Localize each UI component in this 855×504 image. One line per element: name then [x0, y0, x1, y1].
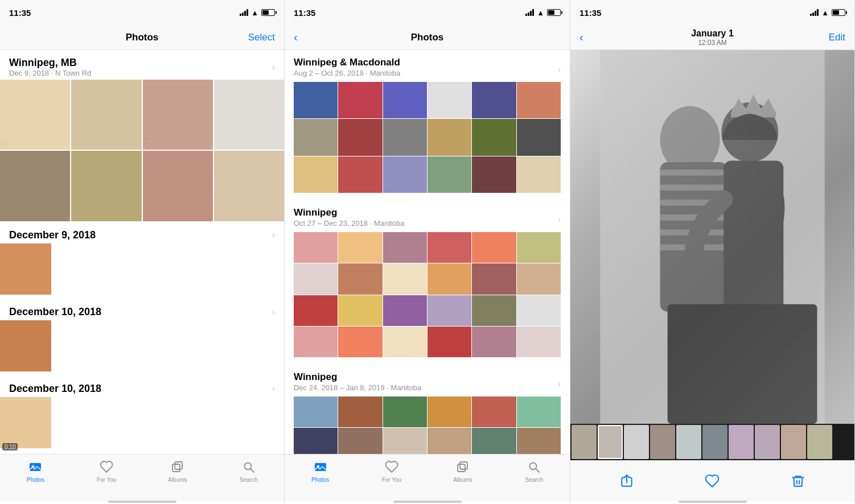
collage-cell [472, 232, 516, 263]
photo-cell[interactable] [214, 80, 284, 150]
tab-for-you[interactable]: For You [84, 459, 129, 483]
collage-cell [428, 428, 471, 454]
trash-icon [791, 474, 805, 489]
bottom-actions [570, 460, 854, 501]
thumbnail[interactable] [702, 425, 727, 459]
collage-cell [383, 82, 427, 118]
nav-title-1: Photos [126, 32, 159, 43]
section-title-winnipeg: Winnipeg, MB [9, 57, 91, 69]
album-header-1[interactable]: Winnipeg & Macdonald Aug 2 – Oct 26, 201… [294, 57, 561, 82]
photo-cell[interactable] [143, 151, 213, 221]
section-winnipeg-mb[interactable]: Winnipeg, MB Dec 9, 2018 · N Town Rd › [0, 50, 284, 80]
photo-cell[interactable]: ♡ [143, 80, 213, 150]
photo-cell[interactable] [71, 151, 141, 221]
search-icon [241, 459, 257, 475]
tab-photos[interactable]: Photos [13, 459, 58, 483]
collage-cell [294, 156, 338, 193]
photo-cell[interactable] [214, 151, 284, 221]
svg-rect-9 [460, 462, 467, 469]
collage-cell [428, 396, 471, 427]
collage-cell [472, 82, 516, 118]
collage-cell [517, 295, 561, 326]
album-meta-1: Aug 2 – Oct 26, 2018 · Manitoba [294, 69, 400, 77]
tab-label-albums: Albums [453, 477, 472, 483]
single-photo-dec9[interactable] [0, 243, 284, 299]
tab-albums[interactable]: Albums [440, 459, 486, 483]
signal-icon [240, 9, 248, 16]
thumbnail[interactable] [572, 425, 597, 459]
photo-cell[interactable] [71, 80, 141, 150]
single-photo-dec10a[interactable] [0, 320, 284, 376]
back-button-3[interactable]: ‹ [579, 31, 583, 44]
delete-button[interactable] [786, 469, 811, 494]
collage-cell [472, 156, 516, 193]
photos-icon [313, 459, 328, 475]
collage-cell [472, 295, 516, 326]
album-header-2[interactable]: Winnipeg Oct 27 – Dec 23, 2018 · Manitob… [294, 207, 561, 232]
thumbnail[interactable] [676, 425, 701, 459]
tab-for-you[interactable]: For You [369, 459, 414, 483]
tab-label-albums: Albums [168, 477, 187, 483]
chevron-right-icon: › [272, 383, 275, 394]
album-collage-2[interactable] [294, 232, 561, 357]
collage-cell [383, 295, 427, 326]
tab-search[interactable]: Search [511, 459, 557, 483]
albums-icon [455, 459, 471, 475]
thumbnail-selected[interactable] [598, 425, 623, 459]
video-duration-badge: 0:10 [2, 443, 18, 451]
nav-title-group-3: January 1 12:03 AM [691, 28, 734, 47]
tab-photos[interactable]: Photos [298, 459, 343, 483]
phone-3: 11:35 ▲ ‹ January 1 12:03 AM Edit [570, 0, 855, 504]
album-collage-3[interactable] [294, 396, 561, 454]
album-section-2: Winnipeg Oct 27 – Dec 23, 2018 · Manitob… [285, 200, 570, 364]
section-dec9[interactable]: December 9, 2018 › [0, 222, 284, 243]
chevron-right-icon: › [558, 64, 561, 75]
thumbnail[interactable] [624, 425, 649, 459]
collage-cell [338, 327, 382, 357]
section-dec10b[interactable]: December 10, 2018 › [0, 376, 284, 397]
tab-label-photos: Photos [27, 477, 44, 483]
single-photo-dec10b[interactable]: 0:10 [0, 397, 51, 453]
status-time-1: 11:35 [9, 8, 31, 18]
svg-rect-25 [668, 304, 817, 424]
home-indicator [285, 501, 570, 504]
share-button[interactable] [614, 469, 639, 494]
photo-cell[interactable] [0, 151, 70, 221]
wifi-icon: ▲ [821, 9, 829, 17]
svg-rect-3 [175, 462, 182, 469]
thumbnail[interactable] [807, 425, 832, 459]
collage-cell [472, 119, 516, 155]
select-button[interactable]: Select [248, 32, 275, 43]
edit-button[interactable]: Edit [829, 32, 845, 43]
photo-cell[interactable]: ♡ [0, 80, 70, 150]
album-header-3[interactable]: Winnipeg Dec 24, 2018 – Jan 8, 2019 · Ma… [294, 371, 561, 396]
svg-rect-0 [30, 463, 41, 471]
collage-cell [428, 263, 471, 294]
full-photo[interactable] [570, 50, 854, 424]
thumbnail[interactable] [755, 425, 780, 459]
album-collage-1[interactable] [294, 82, 561, 193]
status-icons-1: ▲ [240, 9, 275, 17]
collage-cell [294, 263, 338, 294]
collage-cell [294, 82, 338, 118]
back-button-2[interactable]: ‹ [294, 31, 298, 44]
favorite-button[interactable] [700, 469, 725, 494]
collage-cell [517, 327, 561, 357]
thumbnail[interactable] [650, 425, 675, 459]
signal-icon [810, 9, 819, 16]
collage-cell [428, 295, 471, 326]
collage-cell [383, 263, 427, 294]
collage-cell [338, 263, 382, 294]
thumbnail[interactable] [781, 425, 806, 459]
section-dec10a[interactable]: December 10, 2018 › [0, 299, 284, 320]
photos-icon [27, 459, 43, 475]
svg-rect-8 [458, 464, 465, 472]
collage-cell [472, 428, 516, 454]
status-bar-1: 11:35 ▲ [0, 0, 284, 25]
thumbnail[interactable] [729, 425, 754, 459]
collage-cell [294, 428, 338, 454]
tab-search[interactable]: Search [226, 459, 272, 483]
collage-cell [294, 295, 338, 326]
heart-icon: ♡ [2, 139, 9, 147]
tab-albums[interactable]: Albums [155, 459, 200, 483]
